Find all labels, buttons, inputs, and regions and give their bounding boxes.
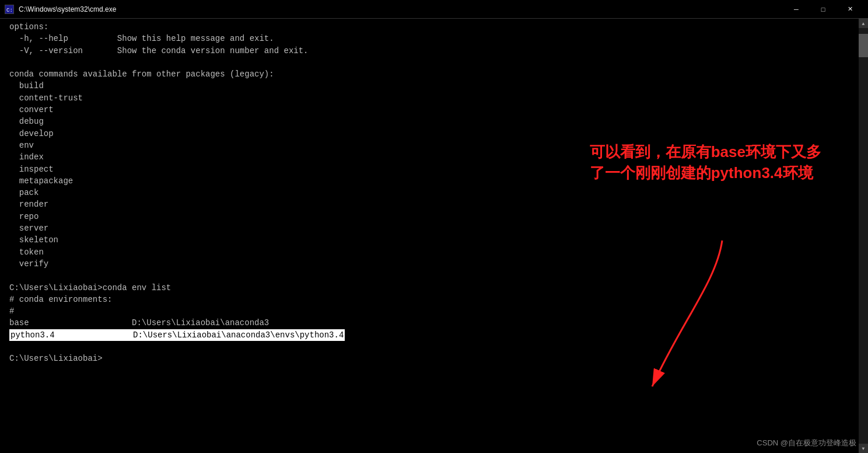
titlebar: C: C:\Windows\system32\cmd.exe ─ □ ✕: [0, 0, 868, 19]
terminal-line: develop: [9, 128, 863, 140]
scrollbar[interactable]: ▲ ▼: [859, 19, 868, 453]
window-title: C:\Windows\system32\cmd.exe: [19, 5, 783, 13]
annotation-line1: 可以看到，在原有base环境下又多: [590, 141, 821, 162]
terminal-line: options:: [9, 21, 863, 33]
terminal-line: repo: [9, 211, 863, 222]
annotation-line2: 了一个刚刚创建的python3.4环境: [590, 162, 821, 183]
terminal-line: server: [9, 222, 863, 234]
svg-text:C:: C:: [6, 8, 13, 13]
cmd-window: C: C:\Windows\system32\cmd.exe ─ □ ✕ opt…: [0, 0, 868, 453]
terminal-line: render: [9, 198, 863, 210]
maximize-button[interactable]: □: [810, 0, 836, 19]
minimize-button[interactable]: ─: [783, 0, 810, 19]
app-icon: C:: [5, 5, 14, 14]
annotation-text: 可以看到，在原有base环境下又多 了一个刚刚创建的python3.4环境: [590, 141, 821, 184]
terminal-line: conda commands available from other pack…: [9, 68, 863, 80]
watermark: CSDN @自在极意功登峰造极: [757, 438, 856, 448]
highlighted-env-row: python3.4 D:\Users\Lixiaobai\anaconda3\e…: [9, 329, 345, 341]
scrollbar-thumb[interactable]: [859, 34, 868, 57]
scroll-down-arrow[interactable]: ▼: [859, 444, 868, 453]
terminal-line: -h, --help Show this help message and ex…: [9, 33, 863, 44]
terminal-line: debug: [9, 116, 863, 127]
terminal-line: pack: [9, 187, 863, 198]
terminal-line: build: [9, 80, 863, 92]
terminal-body: options: -h, --help Show this help messa…: [0, 19, 868, 453]
close-button[interactable]: ✕: [836, 0, 863, 19]
window-controls: ─ □ ✕: [783, 0, 863, 19]
terminal-line: [9, 57, 863, 68]
scroll-up-arrow[interactable]: ▲: [859, 19, 868, 28]
terminal-line: convert: [9, 104, 863, 116]
terminal-line: -V, --version Show the conda version num…: [9, 45, 863, 57]
terminal-line: content-trust: [9, 92, 863, 104]
annotation-arrow: [635, 235, 751, 398]
